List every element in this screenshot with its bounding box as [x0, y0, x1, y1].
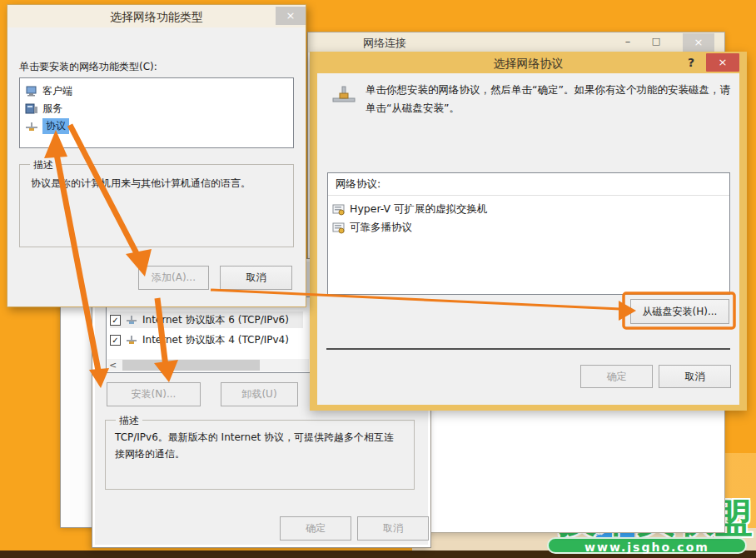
- list-item-hyperv[interactable]: Hyper-V 可扩展的虚拟交换机: [332, 200, 724, 218]
- list-item-label: 服务: [42, 102, 62, 116]
- minimize-button[interactable]: –: [619, 33, 636, 50]
- close-button[interactable]: ×: [683, 33, 714, 52]
- network-protocol-list[interactable]: 网络协议: Hyper-V 可扩展的虚拟交换机 可靠多播协议: [327, 172, 730, 295]
- driver-cert-icon: [332, 203, 346, 216]
- service-icon: [25, 102, 38, 115]
- driver-cert-icon: [332, 222, 346, 234]
- list-separator: [328, 195, 729, 196]
- description-text: 协议是你的计算机用来与其他计算机通信的语言。: [31, 177, 251, 191]
- protocol-icon: [125, 334, 138, 346]
- scroll-left-icon[interactable]: <: [109, 360, 117, 371]
- list-item-label: Hyper-V 可扩展的虚拟交换机: [350, 202, 488, 217]
- dialog-title: 选择网络功能类型: [7, 10, 306, 25]
- list-item-service[interactable]: 服务: [25, 100, 287, 117]
- list-header: 网络协议:: [336, 177, 380, 192]
- cancel-button[interactable]: 取消: [220, 266, 292, 290]
- uninstall-button[interactable]: 卸载(U): [221, 382, 298, 406]
- client-icon: [25, 85, 38, 97]
- list-item-client[interactable]: 客户端: [25, 82, 287, 100]
- list-item-ipv4[interactable]: ✓ Internet 协议版本 4 (TCP/IPv4): [110, 331, 303, 348]
- list-item-multicast[interactable]: 可靠多播协议: [332, 218, 724, 237]
- close-button[interactable]: ×: [706, 53, 739, 72]
- network-window-titlebar[interactable]: 网络连接 – □ ×: [308, 32, 724, 52]
- protocol-checkbox-list[interactable]: ✓ Internet 协议版本 6 (TCP/IPv6) ✓ Internet …: [106, 296, 311, 373]
- scrollbar-thumb[interactable]: [122, 360, 260, 371]
- ok-button[interactable]: 确定: [280, 516, 351, 541]
- separator-line: [326, 348, 730, 350]
- select-feature-type-dialog: 选择网络功能类型 × 单击要安装的网络功能类型(C): 客户端 服务 协议 描述…: [7, 4, 306, 307]
- list-item-protocol[interactable]: 协议: [25, 117, 287, 135]
- cancel-button[interactable]: 取消: [659, 365, 731, 388]
- protocol-icon: [125, 314, 138, 326]
- select-protocol-dialog: 选择网络协议 ? × 单击你想安装的网络协议，然后单击“确定”。如果你有这个功能…: [310, 52, 747, 411]
- instruction-line2: 单击“从磁盘安装”。: [366, 102, 460, 116]
- list-item-label: Internet 协议版本 6 (TCP/IPv6): [142, 313, 289, 327]
- description-groupbox: 描述 协议是你的计算机用来与其他计算机通信的语言。: [19, 164, 294, 247]
- description-label: 描述: [116, 414, 142, 428]
- dialog-title: 选择网络协议: [310, 57, 747, 72]
- horizontal-scrollbar[interactable]: <: [107, 359, 309, 371]
- protocol-icon: [25, 120, 38, 132]
- ok-button[interactable]: 确定: [580, 365, 653, 388]
- description-text-line2: 接网络的通信。: [115, 447, 185, 461]
- list-item-label-selected: 协议: [42, 118, 69, 134]
- close-button[interactable]: ×: [276, 7, 306, 25]
- list-item-label: Internet 协议版本 4 (TCP/IPv4): [142, 333, 289, 347]
- list-item-label: 客户端: [42, 84, 72, 98]
- description-label: 描述: [30, 158, 57, 172]
- maximize-button[interactable]: □: [648, 33, 664, 50]
- have-disk-button[interactable]: 从磁盘安装(H)...: [630, 299, 729, 324]
- instruction-line1: 单击你想安装的网络协议，然后单击“确定”。如果你有这个功能的安装磁盘，请: [366, 83, 730, 97]
- prompt-text: 单击要安装的网络功能类型(C):: [19, 60, 157, 74]
- description-groupbox: 描述 TCP/IPv6。最新版本的 Internet 协议，可提供跨越多个相互连…: [105, 420, 415, 490]
- description-text-line1: TCP/IPv6。最新版本的 Internet 协议，可提供跨越多个相互连: [115, 431, 394, 445]
- network-adapter-icon: [330, 82, 358, 112]
- dialog-body: 单击你想安装的网络协议，然后单击“确定”。如果你有这个功能的安装磁盘，请 单击“…: [317, 73, 739, 405]
- list-item-ipv6[interactable]: ✓ Internet 协议版本 6 (TCP/IPv6): [110, 311, 303, 328]
- checkbox-checked[interactable]: ✓: [110, 335, 121, 346]
- install-button[interactable]: 安装(N)...: [107, 382, 201, 406]
- network-window-title: 网络连接: [363, 36, 406, 51]
- desktop-bottom-bar: [0, 551, 756, 558]
- help-button[interactable]: ?: [683, 56, 699, 71]
- checkbox-checked[interactable]: ✓: [110, 315, 121, 326]
- feature-type-list[interactable]: 客户端 服务 协议: [19, 77, 294, 148]
- add-button[interactable]: 添加(A)...: [138, 266, 209, 290]
- list-item-label: 可靠多播协议: [350, 221, 412, 235]
- cancel-button[interactable]: 取消: [357, 516, 429, 541]
- dialog-titlebar: 选择网络功能类型 ×: [7, 5, 306, 27]
